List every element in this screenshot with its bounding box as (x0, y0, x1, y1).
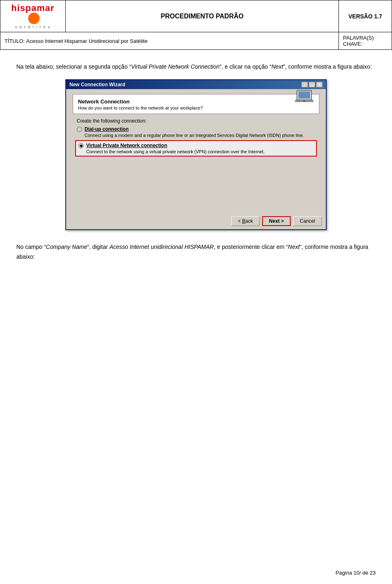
radio-vpn[interactable] (78, 143, 84, 148)
page-footer: Pagina 10/ de 23 (336, 570, 376, 576)
option-vpn-desc: Connect to the network using a virtual p… (86, 149, 314, 154)
dialog-section-subtitle: How do you want to connect to the networ… (78, 105, 314, 110)
page-number: Pagina 10/ de 23 (336, 570, 376, 576)
header-table: hispamar s a t é l i t e s PROCEDIMENTO … (0, 0, 392, 50)
keywords-label: PALAVRA(S) CHAVE: (343, 35, 374, 47)
close-button[interactable]: ✕ (316, 82, 323, 87)
section-header: Network Connection How do you want to co… (73, 94, 319, 114)
bottom-paragraph: No campo “Company Name”, digitar Acesso … (16, 242, 376, 262)
intro-paragraph: Na tela abaixo, selecionar a segunda opç… (16, 62, 376, 71)
logo-icon (28, 13, 40, 24)
intro-text-before: Na tela abaixo, selecionar a segunda opç… (16, 63, 131, 70)
next-button[interactable]: Next > (262, 216, 291, 226)
main-content: Na tela abaixo, selecionar a segunda opç… (0, 50, 392, 278)
dialog-wrapper: New Connection Wizard – □ ✕ (65, 79, 327, 230)
option-dialup: Dial-up connection Connect using a modem… (77, 126, 315, 138)
logo-cell: hispamar s a t é l i t e s (0, 0, 66, 32)
option-dialup-desc: Connect using a modem and a regular phon… (85, 133, 315, 138)
dialog-spacer (73, 158, 319, 207)
bottom-italic-company: Company Name (46, 244, 87, 250)
header-keywords: PALAVRA(S) CHAVE: (339, 32, 392, 50)
dialog-titlebar: New Connection Wizard – □ ✕ (66, 80, 326, 89)
intro-italic-vpn: Virtual Private Network Connection (131, 63, 220, 70)
radio-dialup[interactable] (77, 127, 82, 132)
option-dialup-label: Dial-up connection (85, 126, 315, 132)
header-version: VERSÃO 1.7 (348, 13, 382, 20)
network-icon (294, 86, 314, 106)
option-dialup-text: Dial-up connection Connect using a modem… (85, 126, 315, 138)
cancel-button-label: Cancel (300, 218, 315, 224)
intro-text-after: ”, e clicar na opção “ (220, 63, 272, 70)
bottom-text-before: No campo “ (16, 244, 46, 250)
bottom-text-middle: ”, digitar (87, 244, 109, 250)
maximize-button[interactable]: □ (309, 82, 315, 87)
dialog-buttons: < Back Next > Cancel (66, 212, 326, 229)
next-button-label: Next > (269, 218, 284, 224)
option-vpn-label: Virtual Private Network connection (86, 143, 314, 148)
page-container: hispamar s a t é l i t e s PROCEDIMENTO … (0, 0, 392, 584)
create-label: Create the following connection: (77, 118, 319, 124)
dialog-body: Network Connection How do you want to co… (66, 89, 326, 212)
header-subtitle-title: TÍTULO: Acesso Internet Hispamar Unidire… (0, 32, 339, 50)
dialog-box: New Connection Wizard – □ ✕ (65, 79, 327, 230)
logo-satelites-text: s a t é l i t e s (4, 25, 61, 29)
logo-box: hispamar s a t é l i t e s (4, 3, 61, 29)
svg-rect-1 (298, 92, 310, 98)
dialog-title: New Connection Wizard (69, 82, 125, 87)
bottom-italic-hispamar: Acesso Internet unidirecional HISPAMAR (109, 244, 214, 250)
back-button[interactable]: < Back (231, 216, 260, 226)
header-version-cell: VERSÃO 1.7 (339, 0, 392, 32)
header-title: PROCEDIMENTO PADRÃO (161, 13, 244, 20)
bottom-text-after: , e posteriormente clicar em “ (214, 244, 288, 250)
back-button-label: < Back (238, 218, 253, 224)
option-vpn: Virtual Private Network connection Conne… (78, 143, 314, 154)
intro-italic-next: Next (272, 63, 283, 70)
minimize-button[interactable]: – (301, 82, 308, 87)
logo-hispamar-text: hispamar (11, 3, 55, 13)
dialog-titlebar-buttons: – □ ✕ (301, 82, 323, 87)
cancel-button[interactable]: Cancel (293, 216, 322, 226)
header-doc-title: TÍTULO: Acesso Internet Hispamar Unidire… (4, 38, 147, 44)
svg-point-3 (303, 100, 305, 102)
dialog-section-title: Network Connection (78, 98, 314, 105)
vpn-option-highlight: Virtual Private Network connection Conne… (75, 140, 317, 157)
intro-text-end: ”, conforme mostra a figura abaixo: (283, 63, 372, 70)
header-title-cell: PROCEDIMENTO PADRÃO (66, 0, 339, 32)
bottom-italic-next: Next (288, 244, 300, 250)
option-vpn-text: Virtual Private Network connection Conne… (86, 143, 314, 154)
